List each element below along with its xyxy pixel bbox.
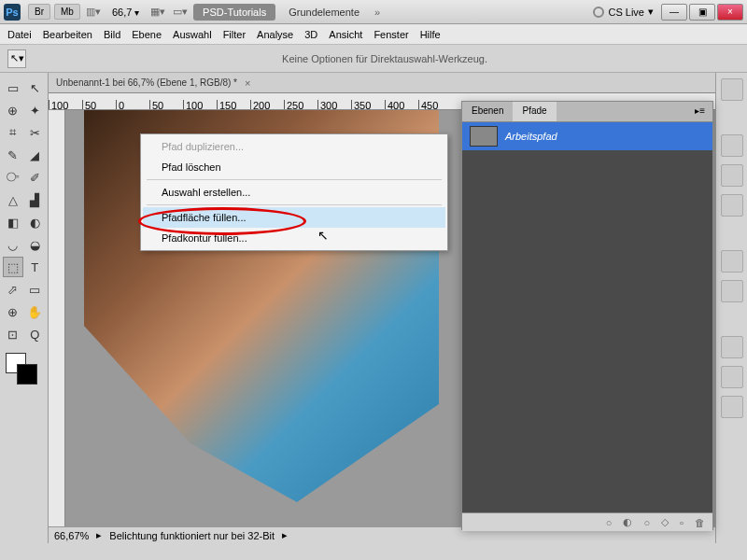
ctx-pfadfl-che-f-llen-[interactable]: Pfadfläche füllen...	[143, 207, 445, 228]
ctx-pfadkontur-f-llen-[interactable]: Pfadkontur füllen...	[143, 228, 445, 248]
vertical-ruler	[49, 110, 65, 526]
tool-4-0[interactable]: ⧃	[3, 167, 23, 188]
menu-analyse[interactable]: Analyse	[257, 29, 293, 40]
screen-icon[interactable]: ▭▾	[173, 6, 188, 18]
menu-datei[interactable]: Datei	[7, 29, 32, 40]
workspace-tab-grundelemente[interactable]: Grundelemente	[279, 4, 369, 21]
cslive-icon	[593, 7, 604, 18]
menu-bild[interactable]: Bild	[104, 29, 120, 40]
zoom-display[interactable]: 66,7 ▾	[112, 7, 139, 18]
tool-7-1[interactable]: ◒	[25, 234, 46, 255]
panel-icon-4[interactable]	[721, 194, 743, 217]
tool-9-1[interactable]: ▭	[25, 279, 46, 300]
tool-0-0[interactable]: ▭	[3, 77, 23, 98]
tool-11-0[interactable]: ⊡	[3, 324, 23, 344]
menu-3d[interactable]: 3D	[304, 29, 317, 40]
path-thumbnail	[470, 126, 498, 147]
context-menu: Pfad duplizieren...Pfad löschenAuswahl e…	[140, 133, 448, 251]
panel-foot-icon-4[interactable]: ▫	[680, 517, 684, 528]
maximize-button[interactable]: ▣	[689, 4, 715, 21]
menu-fenster[interactable]: Fenster	[374, 29, 408, 40]
panel-icon-9[interactable]	[721, 396, 743, 418]
panel-foot-icon-0[interactable]: ○	[606, 517, 613, 528]
tool-1-0[interactable]: ⊕	[3, 100, 23, 120]
document-tab[interactable]: Unbenannt-1 bei 66,7% (Ebene 1, RGB/8) *…	[49, 73, 715, 93]
panel-icon-1[interactable]	[721, 78, 743, 101]
tool-2-1[interactable]: ✂	[25, 122, 46, 143]
tool-10-1[interactable]: ✋	[25, 301, 46, 322]
tool-5-1[interactable]: ▟	[25, 189, 46, 210]
menu-filter[interactable]: Filter	[223, 29, 246, 40]
tool-preset-icon[interactable]: ↖▾	[7, 49, 26, 68]
panel-icon-7[interactable]	[721, 336, 743, 358]
color-swatches[interactable]	[6, 353, 43, 390]
tool-8-1[interactable]: T	[25, 257, 46, 277]
tool-10-0[interactable]: ⊕	[3, 301, 23, 322]
menu-ebene[interactable]: Ebene	[132, 29, 162, 40]
options-bar: ↖▾ Keine Optionen für Direktauswahl-Werk…	[0, 45, 747, 73]
status-message: Belichtung funktioniert nur bei 32-Bit	[109, 530, 275, 541]
panel-icon-6[interactable]	[721, 280, 743, 302]
panel-icon-8[interactable]	[721, 366, 743, 388]
tool-6-0[interactable]: ◧	[3, 212, 23, 232]
tab-ebenen[interactable]: Ebenen	[462, 102, 513, 121]
close-doc-icon[interactable]: ×	[245, 77, 250, 89]
tool-6-1[interactable]: ◐	[25, 212, 46, 232]
panel-foot-icon-2[interactable]: ○	[643, 517, 650, 528]
tool-11-1[interactable]: Q	[25, 324, 46, 344]
panel-foot-icon-3[interactable]: ◇	[661, 516, 669, 528]
status-zoom[interactable]: 66,67%	[54, 530, 89, 541]
menu-auswahl[interactable]: Auswahl	[173, 29, 212, 40]
tool-3-0[interactable]: ✎	[3, 145, 23, 165]
tool-0-1[interactable]: ↖	[25, 77, 46, 98]
menu-ansicht[interactable]: Ansicht	[329, 29, 362, 40]
path-item-arbeitspfad[interactable]: Arbeitspfad	[462, 122, 712, 150]
background-swatch[interactable]	[17, 364, 37, 385]
ctx-pfad-l-schen[interactable]: Pfad löschen	[143, 157, 445, 177]
panel-menu-icon[interactable]: ▸≡	[687, 102, 712, 121]
tool-7-0[interactable]: ◡	[3, 234, 23, 255]
ctx-pfad-duplizieren-: Pfad duplizieren...	[143, 136, 445, 157]
cslive-button[interactable]: CS Live ▾	[593, 6, 654, 18]
menu-hilfe[interactable]: Hilfe	[420, 29, 441, 40]
panel-icon-3[interactable]	[721, 164, 743, 187]
tool-5-0[interactable]: △	[3, 189, 23, 210]
minibridge-button[interactable]: Mb	[54, 4, 80, 20]
view-icon[interactable]: ▦▾	[150, 6, 165, 18]
menubar: Datei Bearbeiten Bild Ebene Auswahl Filt…	[0, 24, 747, 45]
tool-3-1[interactable]: ◢	[25, 145, 46, 165]
paths-panel: Ebenen Pfade ▸≡ Arbeitspfad ○◐○◇▫🗑	[461, 101, 713, 530]
dropdown-icon[interactable]: ▥▾	[86, 6, 101, 18]
tool-8-0[interactable]: ⬚	[3, 257, 23, 277]
minimize-button[interactable]: —	[661, 4, 687, 21]
panel-icon-5[interactable]	[721, 250, 743, 273]
panel-foot-icon-5[interactable]: 🗑	[695, 517, 705, 528]
panel-foot-icon-1[interactable]: ◐	[623, 516, 632, 528]
tool-4-1[interactable]: ✐	[25, 167, 46, 188]
tool-1-1[interactable]: ✦	[25, 100, 46, 120]
toolbox: ▭↖⊕✦⌗✂✎◢⧃✐△▟◧◐◡◒⬚T⬀▭⊕✋⊡Q	[0, 73, 49, 543]
tool-2-0[interactable]: ⌗	[3, 122, 23, 143]
menu-bearbeiten[interactable]: Bearbeiten	[43, 29, 92, 40]
tool-9-0[interactable]: ⬀	[3, 279, 23, 300]
titlebar: Ps Br Mb ▥▾ 66,7 ▾ ▦▾ ▭▾ PSD-Tutorials G…	[0, 0, 747, 24]
right-panel-strip	[715, 73, 747, 543]
ctx-auswahl-erstellen-[interactable]: Auswahl erstellen...	[143, 182, 445, 203]
tab-pfade[interactable]: Pfade	[513, 102, 556, 121]
panel-icon-2[interactable]	[721, 134, 743, 157]
workspace-tab-tutorials[interactable]: PSD-Tutorials	[193, 4, 275, 21]
options-message: Keine Optionen für Direktauswahl-Werkzeu…	[30, 53, 740, 64]
app-logo: Ps	[4, 4, 21, 21]
more-workspaces-icon[interactable]: »	[374, 7, 380, 18]
close-button[interactable]: ×	[717, 4, 743, 21]
bridge-button[interactable]: Br	[28, 4, 50, 20]
